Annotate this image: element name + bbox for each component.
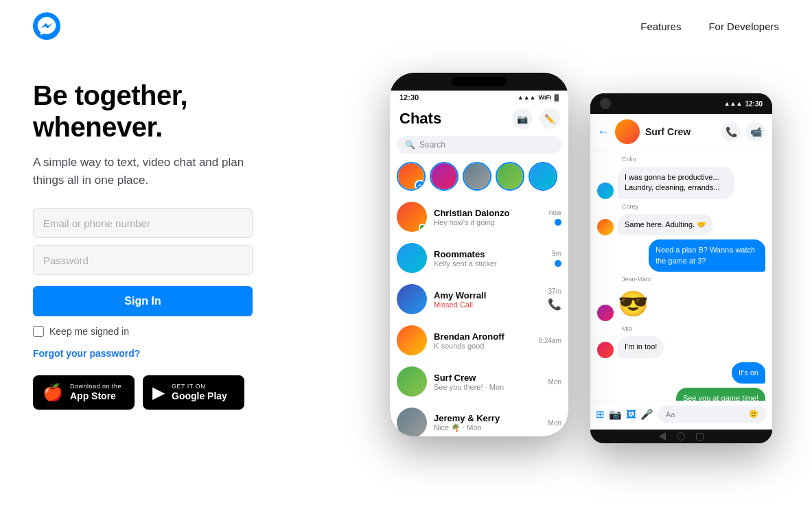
back-nav-icon[interactable] [659, 432, 666, 441]
msg-row-outgoing3: See you at game time! [597, 388, 765, 401]
camera-icon[interactable]: 📷 [609, 408, 622, 421]
email-input[interactable] [33, 208, 253, 238]
chat-name: Jeremy & Kerry [434, 413, 542, 423]
msg-row-outgoing2: It's on [597, 362, 765, 384]
nav-features[interactable]: Features [640, 21, 681, 32]
chat-info-roommates: Roommates Kelly sent a sticker [434, 249, 545, 268]
main-content: Be together, whenever. A simple way to t… [0, 52, 812, 457]
avatar-mia [597, 342, 614, 358]
chat-input-box[interactable]: Aa 🙂 [658, 406, 767, 423]
forgot-password-link[interactable]: Forgot your password? [33, 348, 321, 359]
nav-for-developers[interactable]: For Developers [708, 21, 779, 32]
msg-row-mia: I'm in too! [597, 336, 765, 357]
emoji-icon[interactable]: 🙂 [749, 410, 758, 419]
video-call-icon[interactable]: 📹 [746, 122, 765, 141]
left-panel: Be together, whenever. A simple way to t… [33, 59, 321, 410]
voice-call-icon[interactable]: 📞 [721, 122, 741, 141]
msg-sender-jm: Jean-Marc [622, 276, 765, 283]
chat-info-brendan: Brendan Aronoff K sounds good [434, 331, 532, 350]
home-nav-icon[interactable] [677, 432, 685, 441]
phone2-status: ▲▲▲ 12:30 [724, 100, 763, 108]
grid-icon[interactable]: ⊞ [596, 408, 605, 421]
chats-header-icons: 📷 ✏️ [512, 108, 560, 129]
msg-row-jm: 😎 [597, 287, 765, 321]
avatar-colin [597, 183, 614, 199]
msg-row-colin: I was gonna be productive... Laundry, cl… [597, 167, 765, 199]
list-item[interactable]: Jeremy & Kerry Nice 🌴 · Mon Mon [390, 402, 568, 436]
apple-icon: 🍎 [43, 384, 63, 401]
google-play-big: Google Play [172, 390, 227, 402]
chat-meta: 9m [552, 250, 561, 267]
mic-icon[interactable]: 🎤 [640, 408, 653, 421]
story-row: + [390, 156, 568, 196]
group-name-info: Surf Crew [645, 126, 716, 137]
avatar-brendan [397, 325, 427, 355]
chat-preview-missed: Missed Call [434, 301, 537, 309]
compose-icon[interactable]: ✏️ [540, 108, 560, 129]
chat-info-amy: Amy Worrall Missed Call [434, 290, 537, 309]
phone2-screen: ← Surf Crew 📞 📹 Colin [590, 114, 772, 430]
chat-time: Mon [548, 378, 561, 386]
group-name: Surf Crew [645, 126, 716, 137]
logo[interactable] [33, 12, 60, 40]
msg-sender-mia: Mia [622, 325, 765, 332]
chat-preview: Kelly sent a sticker [434, 259, 545, 268]
app-store-badge[interactable]: 🍎 Download on the App Store [33, 375, 135, 410]
avatar-surfcrew [397, 366, 427, 397]
story-bubble-4[interactable] [529, 162, 557, 191]
add-story-badge: + [415, 180, 426, 191]
chat-meta: now [549, 209, 561, 226]
msg-row-outgoing1: Need a plan B? Wanna watch the game at 3… [597, 239, 765, 272]
chat-name: Amy Worrall [434, 290, 537, 301]
list-item[interactable]: Amy Worrall Missed Call · 37m 📞 [390, 279, 568, 320]
story-bubble-2[interactable] [463, 162, 491, 191]
chat-input-row: Aa 🙂 [658, 406, 767, 423]
chat-name: Roommates [434, 249, 545, 259]
chat-preview: K sounds good [434, 342, 532, 350]
chat-info-christian: Christian Dalonzo Hey how's it going [434, 208, 542, 226]
group-header-icons: 📞 📹 [721, 122, 765, 141]
chat-time: now [549, 209, 561, 216]
recents-nav-icon[interactable] [696, 433, 704, 441]
chat-name: Christian Dalonzo [434, 208, 542, 218]
chat-name: Brendan Aronoff [434, 331, 532, 342]
bubble-jm-emoji: 😎 [618, 287, 649, 321]
svg-point-0 [33, 12, 60, 40]
unread-indicator [555, 260, 561, 267]
list-item[interactable]: Brendan Aronoff K sounds good 8:24am [390, 320, 568, 361]
keep-signed-in-checkbox[interactable] [33, 326, 44, 337]
msg-sender-colin: Colin [622, 156, 765, 163]
avatar-jk [397, 408, 427, 436]
image-icon[interactable]: 🖼 [626, 408, 636, 420]
chat-list: Christian Dalonzo Hey how's it going now… [390, 196, 568, 436]
avatar-amy [397, 284, 427, 314]
google-play-badge[interactable]: ▶ GET IT ON Google Play [143, 375, 244, 410]
subheadline: A simple way to text, video chat and pla… [33, 154, 266, 189]
phone-group-chat: ▲▲▲ 12:30 ← Surf Crew 📞 📹 [590, 93, 772, 443]
chat-time: · 37m [544, 287, 561, 295]
story-bubble-1[interactable] [430, 162, 459, 191]
story-bubble-3[interactable] [496, 162, 524, 191]
chat-input-area: ⊞ 📷 🖼 🎤 Aa 🙂 [590, 401, 772, 430]
phone-icon: 📞 [548, 298, 561, 311]
password-input[interactable] [33, 245, 253, 275]
nav-links: Features For Developers [640, 21, 779, 32]
chat-meta: Mon [548, 378, 561, 386]
sign-in-button[interactable]: Sign In [33, 286, 253, 316]
list-item[interactable]: Roommates Kelly sent a sticker 9m [390, 237, 568, 279]
list-item[interactable]: Christian Dalonzo Hey how's it going now [390, 196, 568, 237]
keep-signed-in-label[interactable]: Keep me signed in [49, 326, 129, 337]
chat-messages: Colin I was gonna be productive... Laund… [590, 150, 772, 401]
back-icon[interactable]: ← [597, 125, 610, 139]
chat-info-surfcrew: Surf Crew See you there! · Mon [434, 373, 542, 391]
phone2-bottom-bar [590, 430, 772, 443]
chat-info-jk: Jeremy & Kerry Nice 🌴 · Mon [434, 413, 542, 432]
app-store-small: Download on the [70, 383, 121, 390]
list-item[interactable]: Surf Crew See you there! · Mon Mon [390, 361, 568, 402]
camera-header-icon[interactable]: 📷 [512, 108, 533, 129]
avatar-christian [397, 202, 427, 232]
google-play-small: GET IT ON [172, 383, 227, 390]
phone2-top-bar: ▲▲▲ 12:30 [590, 93, 772, 114]
add-story-bubble[interactable]: + [397, 162, 426, 191]
search-bar[interactable]: 🔍 Search [397, 136, 561, 154]
